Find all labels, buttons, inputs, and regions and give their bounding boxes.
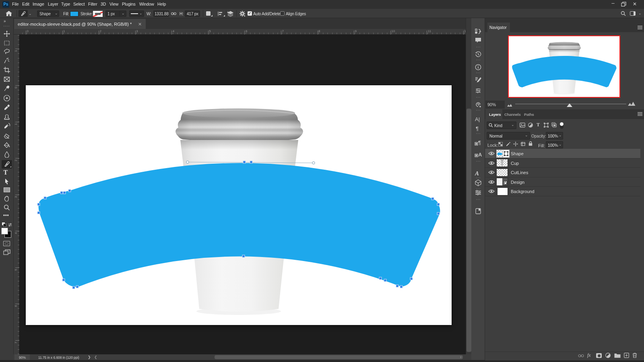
svg-text:A: A (479, 152, 482, 158)
svg-text:¶: ¶ (478, 140, 481, 146)
